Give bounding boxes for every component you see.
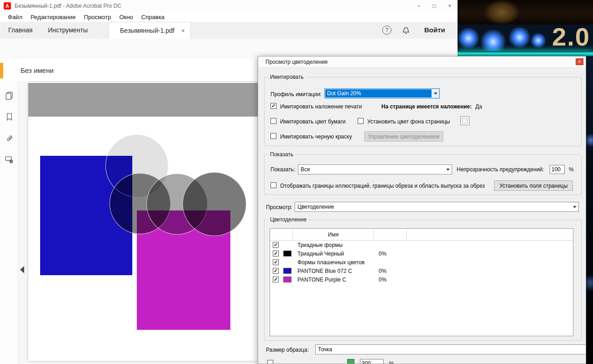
- glow-orb: [531, 33, 546, 48]
- simulate-overprint-label[interactable]: Имитировать наложение печати: [280, 103, 362, 110]
- left-sidebar: [0, 81, 18, 364]
- simulate-black-ink-checkbox[interactable]: [270, 133, 276, 139]
- simulate-black-ink-label[interactable]: Имитировать черную краску: [280, 133, 352, 140]
- panel-collapse-arrow[interactable]: [20, 266, 24, 273]
- separation-name: Формы плашечных цветов: [297, 259, 364, 266]
- help-icon[interactable]: ?: [382, 26, 391, 35]
- menu-help[interactable]: Справка: [137, 14, 169, 21]
- separation-checkbox[interactable]: [273, 242, 279, 248]
- close-button[interactable]: ×: [442, 0, 458, 12]
- preview-value: Цветоделение: [297, 204, 334, 210]
- simulation-profile-value: Dot Gain 20%: [325, 89, 432, 97]
- tab-tools[interactable]: Инструменты: [48, 26, 88, 34]
- attachments-button[interactable]: [3, 133, 16, 145]
- show-legend: Показать: [268, 151, 295, 158]
- separations-table-header: Имя: [270, 229, 573, 241]
- separation-checkbox[interactable]: [273, 251, 279, 256]
- paperclip-icon: [5, 134, 14, 144]
- total-coverage-input[interactable]: [360, 359, 384, 364]
- warning-opacity-label: Непрозрачность предупреждений:: [457, 166, 544, 173]
- menubar: Файл Редактирование Просмотр Окно Справк…: [0, 12, 458, 22]
- header-value-col: [374, 229, 407, 240]
- tool-accent-bar: [0, 63, 3, 78]
- game-emblem: [484, 0, 520, 25]
- glow-orb: [480, 29, 506, 51]
- separation-name: Триадный Черный: [297, 251, 344, 257]
- print-production-icon: [5, 155, 14, 166]
- artwork-circle-darker: [182, 172, 246, 236]
- page-background-checkbox[interactable]: [358, 118, 364, 124]
- simulate-legend: Имитировать: [268, 74, 306, 80]
- preview-combobox[interactable]: Цветоделение: [295, 202, 579, 212]
- separation-checkbox[interactable]: [273, 259, 279, 265]
- separation-checkbox[interactable]: [273, 268, 279, 274]
- header-rest-col: [407, 229, 573, 240]
- titlebar: A Безымянный-1.pdf - Adobe Acrobat Pro D…: [0, 0, 458, 12]
- game-scene: 2.0: [458, 25, 593, 51]
- print-production-button[interactable]: [3, 154, 16, 167]
- notifications-bell-icon[interactable]: [401, 26, 411, 36]
- separation-row[interactable]: Триадный Черный 0%: [270, 249, 573, 258]
- separation-swatch: [283, 251, 291, 256]
- show-label: Показать:: [270, 166, 295, 173]
- separations-table: Имя Триадные формы Триадный Черный 0% Фо…: [270, 228, 573, 336]
- total-coverage-checkbox[interactable]: [267, 360, 273, 364]
- page-background-label[interactable]: Установить цвет фона страницы: [367, 118, 450, 125]
- bookmarks-button[interactable]: [3, 111, 16, 124]
- simulation-profile-combobox[interactable]: Dot Gain 20%: [324, 88, 440, 98]
- set-page-boxes-button[interactable]: Установить поля страницы: [494, 180, 573, 191]
- sample-size-value: Точка: [318, 346, 332, 353]
- separation-row[interactable]: PANTONE Blue 072 C 0%: [270, 267, 573, 275]
- simulate-overprint-checkbox[interactable]: [270, 103, 276, 109]
- page-thumbnails-icon: [5, 91, 14, 102]
- separation-name: PANTONE Blue 072 C: [297, 268, 352, 274]
- show-boxes-label[interactable]: Отображать границы иллюстраций, границы …: [280, 183, 485, 189]
- separation-row[interactable]: PANTONE Purple C 0%: [270, 275, 573, 284]
- overprint-status-value: Да: [475, 103, 482, 110]
- sign-in-button[interactable]: Войти: [424, 26, 445, 34]
- tab-document-label: Безымянный-1.pdf: [120, 27, 175, 34]
- tab-home[interactable]: Главная: [8, 26, 32, 34]
- overprint-status-label: На странице имеется наложение:: [381, 103, 472, 110]
- tab-document[interactable]: Безымянный-1.pdf ×: [109, 22, 191, 39]
- menu-view[interactable]: Просмотр: [80, 14, 115, 21]
- document-pane-title: Без имени: [21, 67, 54, 74]
- separation-value: 0%: [379, 277, 386, 283]
- separation-row[interactable]: Формы плашечных цветов: [270, 258, 573, 267]
- separation-value: 0%: [379, 251, 386, 257]
- sample-size-combobox[interactable]: Точка: [315, 344, 586, 354]
- glow-orb: [509, 26, 531, 48]
- dialog-close-button[interactable]: ×: [576, 58, 583, 65]
- menu-window[interactable]: Окно: [115, 14, 137, 21]
- show-combobox[interactable]: Все: [298, 164, 452, 174]
- ink-manager-button[interactable]: Управление цветоделением: [364, 131, 443, 142]
- show-boxes-checkbox[interactable]: [270, 182, 276, 188]
- header-checkbox-col: [270, 229, 293, 240]
- total-coverage-swatch: [347, 359, 354, 364]
- show-value: Все: [301, 166, 310, 173]
- separation-name: PANTONE Purple C: [297, 277, 346, 283]
- separation-row[interactable]: Триадные формы: [270, 241, 573, 249]
- bookmark-icon: [5, 113, 14, 123]
- separation-checkbox[interactable]: [273, 277, 279, 282]
- window-controls: − □ ×: [411, 0, 458, 12]
- simulate-paper-color-label[interactable]: Имитировать цвет бумаги: [280, 118, 346, 125]
- menu-edit[interactable]: Редактирование: [26, 14, 80, 21]
- minimize-button[interactable]: −: [411, 0, 427, 12]
- chevron-down-icon: [571, 202, 578, 211]
- warning-opacity-percent: %: [569, 166, 574, 173]
- page-background-color-swatch[interactable]: [460, 116, 469, 125]
- tab-close-icon[interactable]: ×: [181, 27, 185, 34]
- chevron-down-icon: [444, 165, 452, 174]
- maximize-button[interactable]: □: [427, 0, 442, 12]
- page-thumbnails-button[interactable]: [3, 90, 16, 103]
- chevron-down-icon: [432, 89, 439, 98]
- separation-name: Триадные формы: [297, 242, 343, 248]
- dialog-titlebar[interactable]: Просмотр цветоделения: [258, 56, 586, 68]
- separations-legend: Цветоделение: [268, 216, 308, 223]
- simulate-paper-color-checkbox[interactable]: [270, 118, 276, 124]
- warning-opacity-input[interactable]: [550, 165, 565, 174]
- preview-label: Просмотр:: [266, 204, 292, 210]
- menu-file[interactable]: Файл: [4, 14, 26, 21]
- separation-value: 0%: [379, 268, 386, 274]
